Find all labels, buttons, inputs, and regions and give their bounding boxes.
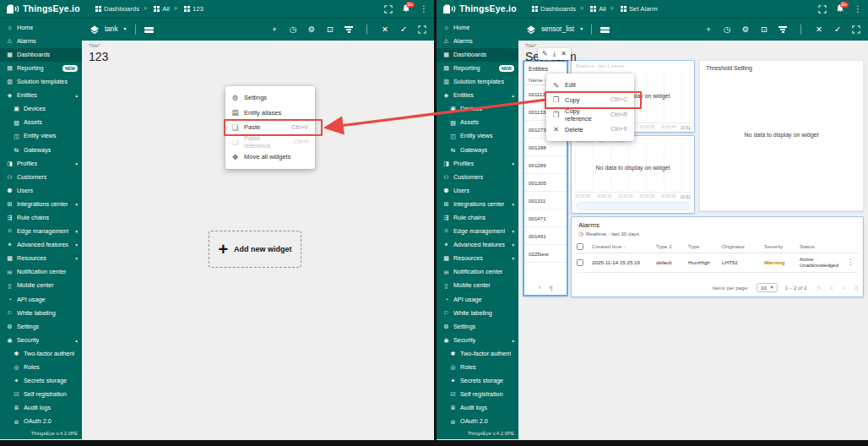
- entity-row[interactable]: 001471: [524, 209, 567, 227]
- settings-gear-icon[interactable]: ⚙: [307, 24, 316, 34]
- last-page-icon[interactable]: ›|: [549, 285, 552, 291]
- settings-gear-icon[interactable]: ⚙: [741, 24, 750, 34]
- column-header[interactable]: Originator: [722, 243, 764, 249]
- notifications-bell[interactable]: 11+: [836, 4, 844, 14]
- sidebar-item[interactable]: ☑ Self registration: [0, 389, 82, 402]
- breadcrumb-item[interactable]: 123: [174, 5, 203, 13]
- sidebar-item[interactable]: ⚇ Customers: [437, 171, 518, 184]
- items-per-page-select[interactable]: 10 ▾: [757, 283, 778, 292]
- alarms-timewindow[interactable]: ◷ Realtime - last 30 days: [578, 231, 639, 237]
- sidebar-item[interactable]: ✉ Notification center: [437, 266, 518, 280]
- apply-changes-icon[interactable]: ✓: [399, 24, 408, 34]
- sidebar-item[interactable]: ▩ Resources ▾: [437, 253, 518, 266]
- sidebar-item[interactable]: ⚉ Users: [437, 184, 518, 198]
- sidebar-item[interactable]: ≣ Audit logs: [437, 402, 518, 416]
- sidebar-item[interactable]: ▯ Mobile center: [0, 280, 82, 293]
- sidebar-item[interactable]: ⊞ Integrations center ▾: [0, 198, 82, 211]
- sidebar-item[interactable]: ◉ Security ▴: [437, 334, 518, 347]
- brand-logo[interactable]: ThingsEye.io: [6, 3, 90, 14]
- download-widget-icon[interactable]: ⤓: [553, 50, 556, 58]
- sidebar-item[interactable]: ⊜ OAuth 2.0: [0, 416, 82, 429]
- cancel-edit-icon[interactable]: ✕: [381, 24, 389, 34]
- sidebar-item[interactable]: ⌂ Home: [437, 21, 518, 35]
- next-page-icon[interactable]: >: [842, 285, 844, 291]
- column-header[interactable]: Created time ↓: [592, 243, 656, 249]
- select-all-checkbox[interactable]: [577, 243, 583, 250]
- sidebar-item[interactable]: ⊞ Integrations center ▾: [437, 198, 518, 211]
- edit-widget-icon[interactable]: ✎: [542, 50, 548, 58]
- sidebar-item[interactable]: ▧ Assets: [0, 117, 82, 130]
- sidebar-item[interactable]: ◔ API usage: [0, 293, 82, 307]
- sidebar-item[interactable]: ▣ Devices: [437, 103, 518, 117]
- next-page-icon[interactable]: ›: [539, 285, 540, 291]
- chart-widget-bottom[interactable]: Realtime - last 1 minute No data to disp…: [571, 135, 695, 214]
- add-new-widget-button[interactable]: + Add new widget: [209, 231, 301, 268]
- state-selector[interactable]: tank: [105, 25, 117, 34]
- entity-aliases-icon[interactable]: ⊡: [326, 24, 334, 34]
- fullscreen-icon[interactable]: [418, 25, 426, 34]
- row-checkbox[interactable]: [577, 259, 583, 266]
- column-header[interactable]: Severity: [764, 243, 800, 249]
- entity-row[interactable]: 001491: [524, 227, 567, 245]
- row-menu-icon[interactable]: ⋮: [845, 258, 855, 267]
- entity-row[interactable]: 001289: [524, 156, 567, 174]
- column-header[interactable]: Type: [688, 243, 722, 249]
- more-menu-icon[interactable]: ⋮: [420, 5, 428, 14]
- sidebar-item[interactable]: ⊜ OAuth 2.0: [437, 416, 518, 429]
- first-page-icon[interactable]: |<: [816, 285, 820, 291]
- brand-logo[interactable]: ThingsEye.io: [442, 3, 527, 14]
- sidebar-item[interactable]: ▥ Solution templates: [437, 75, 518, 89]
- dashboard-state-icon[interactable]: [600, 27, 610, 33]
- sidebar-item[interactable]: ✱ Two-factor authenticati...: [437, 347, 518, 361]
- breadcrumb-item[interactable]: Dashboards: [95, 5, 139, 13]
- chart-scroll-bar[interactable]: [576, 202, 690, 210]
- sidebar-item[interactable]: ◎ Roles: [437, 361, 518, 374]
- sidebar-item[interactable]: ⌑ Edge management ▾: [0, 225, 82, 238]
- dashboard-state-icon[interactable]: [144, 27, 154, 33]
- sidebar-item[interactable]: ☑ Self registration: [437, 389, 518, 402]
- entity-row[interactable]: 0225test: [524, 245, 567, 263]
- fullscreen-icon[interactable]: [384, 5, 393, 14]
- add-icon[interactable]: +: [704, 24, 713, 34]
- last-page-icon[interactable]: >|: [854, 285, 858, 291]
- sidebar-item[interactable]: ⚠ Alarms: [0, 35, 82, 48]
- sidebar-item[interactable]: ◫ Entity views: [0, 130, 82, 144]
- sidebar-item[interactable]: ⚇ Customers: [0, 171, 82, 184]
- sidebar-item[interactable]: ◔ API usage: [437, 293, 518, 307]
- breadcrumb-item[interactable]: Dashboards: [532, 5, 576, 13]
- menu-item[interactable]: ✕ Delete Ctrl+X: [546, 122, 634, 138]
- filter-icon[interactable]: [778, 26, 787, 32]
- sidebar-item[interactable]: ✉ Notification center: [0, 266, 82, 280]
- filter-icon[interactable]: [344, 26, 353, 32]
- sidebar-item[interactable]: ▩ Resources ▾: [0, 253, 82, 266]
- sidebar-item[interactable]: ⚐ White labeling: [0, 307, 82, 320]
- threshold-setting-widget[interactable]: Threshold Setting No data to display on …: [699, 60, 864, 211]
- menu-item[interactable]: ❏ Paste Ctrl+V: [225, 120, 315, 135]
- sidebar-item[interactable]: ⚐ White labeling: [437, 307, 518, 320]
- close-icon[interactable]: ✕: [561, 50, 567, 58]
- menu-item[interactable]: ❐ Copy reference Ctrl+R: [546, 107, 634, 122]
- sidebar-item[interactable]: ▤ Reporting NEW: [437, 62, 518, 75]
- alarm-row[interactable]: 2025-11-14 15:25:16 default HumHigh LHT5…: [577, 253, 858, 273]
- sidebar-item[interactable]: ⇶ Rule chains: [0, 211, 82, 225]
- alarms-widget[interactable]: Alarms ◷ Realtime - last 30 days: [571, 216, 864, 297]
- sidebar-item[interactable]: ✶ Advanced features ▾: [437, 239, 518, 253]
- sidebar-item[interactable]: ▣ Devices: [0, 103, 82, 117]
- breadcrumb-item[interactable]: All: [580, 5, 606, 13]
- sidebar-item[interactable]: ◨ Profiles ▾: [0, 157, 82, 171]
- add-icon[interactable]: +: [270, 24, 279, 34]
- fullscreen-icon[interactable]: [818, 5, 827, 14]
- more-menu-icon[interactable]: ⋮: [854, 5, 862, 14]
- sidebar-item[interactable]: ⇶ Rule chains: [437, 211, 518, 225]
- entity-row[interactable]: 001288: [524, 139, 567, 156]
- sidebar-item[interactable]: ▥ Solution templates: [0, 75, 82, 89]
- apply-changes-icon[interactable]: ✓: [833, 24, 842, 34]
- timewindow-icon[interactable]: ◷: [289, 24, 297, 34]
- sidebar-item[interactable]: ▯ Mobile center: [437, 280, 518, 293]
- fullscreen-icon[interactable]: [852, 25, 860, 34]
- state-selector[interactable]: sensor_list: [541, 25, 574, 34]
- sidebar-item[interactable]: ⇆ Gateways: [0, 144, 82, 157]
- sidebar-item[interactable]: ◉ Security ▴: [0, 334, 82, 347]
- sidebar-item[interactable]: ◈ Entities ▴: [437, 89, 518, 102]
- column-header[interactable]: Status: [800, 243, 845, 249]
